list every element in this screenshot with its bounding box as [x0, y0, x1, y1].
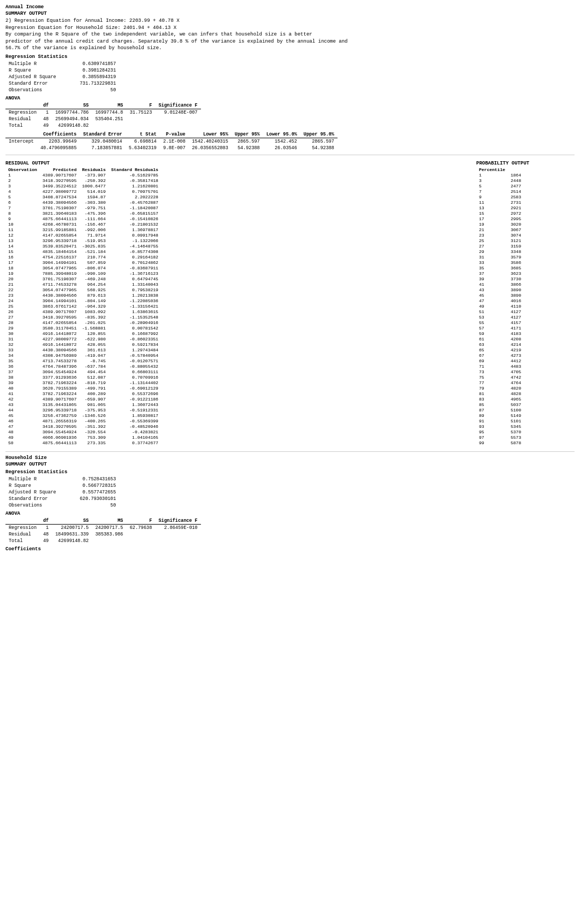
- prob-row: 915101: [476, 419, 524, 424]
- coeff-cell: 6.698814: [126, 138, 160, 145]
- residual-output-section: RESIDUAL OUTPUT ObservationPredictedResi…: [5, 158, 465, 448]
- residual-cell: 1594.87: [79, 195, 108, 200]
- prob-cell: 3890: [508, 293, 524, 298]
- residual-cell: 4916.14418072: [40, 331, 79, 337]
- residual-cell: -804.149: [79, 298, 108, 304]
- anova-col-header: SS: [52, 102, 92, 109]
- residual-cell: 35: [5, 358, 40, 364]
- residual-cell: -0.28904916: [108, 320, 161, 326]
- residual-row: 314227.98009772-622.980-0.86023351: [5, 337, 161, 342]
- prob-cell: 23: [476, 233, 508, 238]
- annual-income-summary-label: SUMMARY OUTPUT: [5, 11, 575, 16]
- residual-cell: 71.9714: [79, 233, 108, 238]
- residual-row: 324916.14418072428.0550.59217834: [5, 342, 161, 348]
- prob-row: 714483: [476, 364, 524, 369]
- coeff-cell: 1542.452: [263, 138, 300, 145]
- prob-row: 453890: [476, 293, 524, 298]
- anova-col-header: MS: [92, 517, 126, 525]
- residual-cell: -4.14648755: [108, 244, 161, 249]
- residual-cell: 514.019: [79, 189, 108, 195]
- prob-row: 92583: [476, 195, 524, 200]
- residual-cell: -201.025: [79, 320, 108, 326]
- residual-cell: 3418.39270595: [40, 315, 79, 320]
- residual-cell: 4430.38094566: [40, 293, 79, 298]
- residual-cell: 3863.67617142: [40, 304, 79, 309]
- residual-cell: 507.859: [79, 260, 108, 266]
- residual-cell: -0.86023351: [108, 337, 161, 342]
- residual-row: 73701.75190307-979.751-1.18420087: [5, 205, 161, 211]
- residual-cell: 4389.90717607: [40, 173, 79, 178]
- residual-cell: 4066.06901936: [40, 435, 79, 440]
- annual-income-coeff-table: CoefficientsStandard Errort StatP-valueL…: [5, 131, 338, 151]
- anova-cell: 31.75123: [126, 109, 155, 116]
- anova-cell: 48: [40, 531, 52, 538]
- residual-col-header: Standard Residuals: [108, 167, 161, 173]
- residual-cell: 0.55372696: [108, 391, 161, 397]
- stat-value: 0.7528431653: [76, 476, 119, 482]
- residual-cell: 12: [5, 233, 40, 238]
- annual-income-reg-stats-table: Multiple R0.6309741857R Square0.39812842…: [5, 61, 119, 93]
- residual-cell: 568.925: [79, 287, 108, 293]
- residual-cell: 3215.99185881: [40, 227, 79, 233]
- residual-cell: 16: [5, 255, 40, 260]
- residual-cell: 3: [5, 184, 40, 189]
- coeff-cell: 5.63402319: [126, 145, 160, 151]
- residual-cell: 879.613: [79, 293, 108, 298]
- residual-cell: 6: [5, 200, 40, 205]
- residual-cell: 1.29743484: [108, 348, 161, 353]
- residual-cell: 46: [5, 419, 40, 424]
- residual-cell: 21: [5, 282, 40, 287]
- residual-cell: 49: [5, 435, 40, 440]
- prob-cell: 7: [476, 189, 508, 195]
- prob-cell: 5101: [508, 419, 524, 424]
- residual-cell: 4227.98009772: [40, 189, 79, 195]
- anova-cell: 18499631.339: [52, 531, 92, 538]
- residual-cell: 3904.14994101: [40, 298, 79, 304]
- residual-output-title: RESIDUAL OUTPUT: [5, 161, 465, 166]
- stat-label: Adjusted R Square: [5, 489, 76, 496]
- prob-row: 734705: [476, 369, 524, 375]
- prob-cell: 71: [476, 364, 508, 369]
- residual-cell: 512.087: [79, 375, 108, 380]
- residual-row: 173904.14994101507.8590.70124862: [5, 260, 161, 266]
- residual-cell: 4875.66441113: [40, 440, 79, 446]
- stat-value: 0.3981284231: [76, 67, 119, 74]
- prob-cell: 4208: [508, 337, 524, 342]
- prob-cell: 5100: [508, 408, 524, 413]
- residual-cell: -1.15352548: [108, 315, 161, 320]
- residual-cell: 42: [5, 397, 40, 402]
- prob-cell: 55: [476, 320, 508, 326]
- residual-row: 383377.91293636512.0870.70709916: [5, 375, 161, 380]
- residual-prob-section: RESIDUAL OUTPUT ObservationPredictedResi…: [5, 158, 575, 448]
- prob-cell: 5370: [508, 429, 524, 435]
- prob-row: 694412: [476, 358, 524, 364]
- residual-row: 433135.04431865981.0651.36072443: [5, 402, 161, 408]
- stat-label: R Square: [5, 482, 76, 489]
- prob-cell: 4127: [508, 309, 524, 315]
- hs-reg-stats-title: Regression Statistics: [5, 469, 575, 475]
- stat-value: 620.793030101: [76, 496, 119, 502]
- prob-cell: 4828: [508, 391, 524, 397]
- residual-cell: 0.16687992: [108, 331, 161, 337]
- prob-cell: 2731: [508, 200, 524, 205]
- prob-col-value: [508, 167, 524, 173]
- prob-cell: 21: [476, 227, 508, 233]
- residual-row: 364764.78487396-637.784-0.88055432: [5, 364, 161, 369]
- residual-cell: -1.13144402: [108, 380, 161, 386]
- residual-cell: -1.1322066: [108, 238, 161, 244]
- residual-cell: 8: [5, 211, 40, 216]
- anova-col-header: df: [40, 517, 52, 525]
- coeff-cell: 7.183857881: [80, 145, 125, 151]
- residual-row: 223054.07477965568.9250.79538219: [5, 287, 161, 293]
- prob-cell: 3890: [508, 287, 524, 293]
- residual-row: 64439.38094566-303.380-0.45762887: [5, 200, 161, 205]
- prob-cell: 5573: [508, 435, 524, 440]
- residual-cell: 30: [5, 331, 40, 337]
- anova-col-header: Significance F: [155, 102, 200, 109]
- prob-cell: 3159: [508, 244, 524, 249]
- residual-row: 243904.14994101-804.149-1.22085036: [5, 298, 161, 304]
- prob-row: 494110: [476, 304, 524, 309]
- coeff-col-header: Coefficients: [37, 131, 80, 138]
- coeff-col-header: Upper 95.0%: [300, 131, 338, 138]
- anova-cell: 9.01248E-007: [155, 109, 200, 116]
